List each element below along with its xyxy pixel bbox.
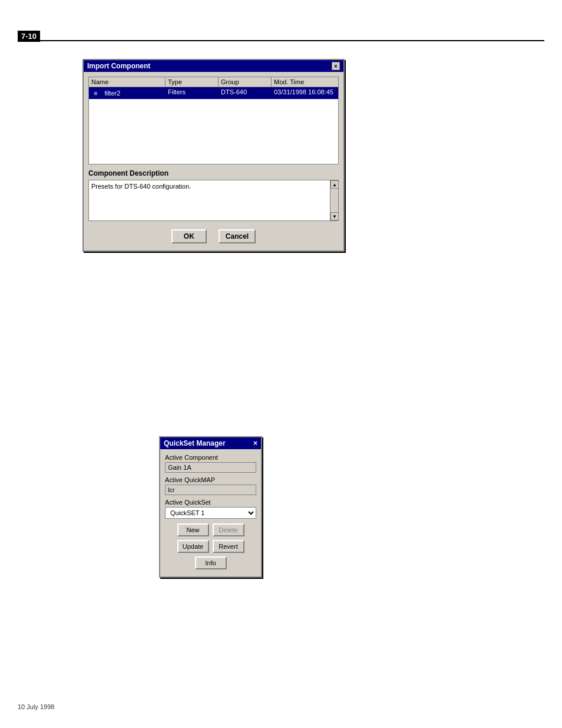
quickset-titlebar: QuickSet Manager × bbox=[160, 437, 261, 449]
quickset-select-row: QuickSET 1 QuickSET 2 QuickSET 3 bbox=[165, 507, 256, 519]
active-quickset-label: Active QuickSet bbox=[165, 499, 256, 506]
import-dialog-title: Import Component bbox=[87, 62, 150, 70]
file-row-group: DTS-640 bbox=[219, 87, 272, 99]
ok-button[interactable]: OK bbox=[171, 229, 207, 243]
update-button[interactable]: Update bbox=[177, 540, 209, 553]
file-row-type: Filters bbox=[166, 87, 219, 99]
active-quickmap-label: Active QuickMAP bbox=[165, 476, 256, 483]
file-list-row[interactable]: ≡ filter2 Filters DTS-640 03/31/1998 16:… bbox=[89, 87, 338, 99]
footer-text: 10 July 1998 bbox=[18, 703, 54, 710]
import-dialog-titlebar: Import Component × bbox=[84, 60, 343, 72]
active-component-label: Active Component bbox=[165, 454, 256, 461]
quickset-select[interactable]: QuickSET 1 QuickSET 2 QuickSET 3 bbox=[165, 507, 256, 519]
new-delete-row: New Delete bbox=[165, 523, 256, 536]
update-revert-row: Update Revert bbox=[165, 540, 256, 553]
new-button[interactable]: New bbox=[177, 523, 209, 536]
import-dialog-buttons: OK Cancel bbox=[88, 227, 339, 246]
revert-button[interactable]: Revert bbox=[213, 540, 244, 553]
comp-desc-scrollbar: ▲ ▼ bbox=[330, 180, 338, 220]
comp-desc-box: Presets for DTS-640 configuration. ▲ ▼ bbox=[88, 180, 339, 221]
active-quickmap-value: lcr bbox=[165, 485, 256, 495]
active-component-value: Gain 1A bbox=[165, 462, 256, 473]
quickset-close-btn[interactable]: × bbox=[253, 439, 257, 447]
quickset-title: QuickSet Manager bbox=[164, 439, 226, 447]
comp-desc-text: Presets for DTS-640 configuration. bbox=[91, 183, 191, 190]
top-rule bbox=[18, 40, 544, 41]
col-group: Group bbox=[219, 77, 272, 87]
info-button[interactable]: Info bbox=[195, 556, 227, 569]
col-name: Name bbox=[89, 77, 166, 87]
file-list-body[interactable]: ≡ filter2 Filters DTS-640 03/31/1998 16:… bbox=[89, 87, 338, 164]
comp-desc-label: Component Description bbox=[88, 169, 339, 177]
quickset-manager-dialog: QuickSet Manager × Active Component Gain… bbox=[159, 436, 262, 578]
quickset-body: Active Component Gain 1A Active QuickMAP… bbox=[160, 449, 261, 577]
file-list-container: Name Type Group Mod. Time ≡ filter2 Filt… bbox=[88, 77, 339, 164]
file-list-header: Name Type Group Mod. Time bbox=[89, 77, 338, 87]
file-row-name: ≡ filter2 bbox=[89, 87, 166, 99]
info-row: Info bbox=[165, 556, 256, 569]
import-component-dialog: Import Component × Name Type Group Mod. … bbox=[82, 59, 345, 252]
scroll-down-btn[interactable]: ▼ bbox=[330, 212, 339, 220]
col-mod-time: Mod. Time bbox=[272, 77, 348, 87]
delete-button[interactable]: Delete bbox=[213, 523, 244, 536]
file-row-modtime: 03/31/1998 16:08:45 bbox=[272, 87, 338, 99]
cancel-button[interactable]: Cancel bbox=[219, 229, 256, 243]
file-icon: ≡ bbox=[91, 88, 100, 98]
import-dialog-body: Name Type Group Mod. Time ≡ filter2 Filt… bbox=[84, 72, 343, 251]
scroll-up-btn[interactable]: ▲ bbox=[330, 180, 339, 189]
col-type: Type bbox=[166, 77, 219, 87]
import-dialog-close[interactable]: × bbox=[332, 62, 340, 70]
